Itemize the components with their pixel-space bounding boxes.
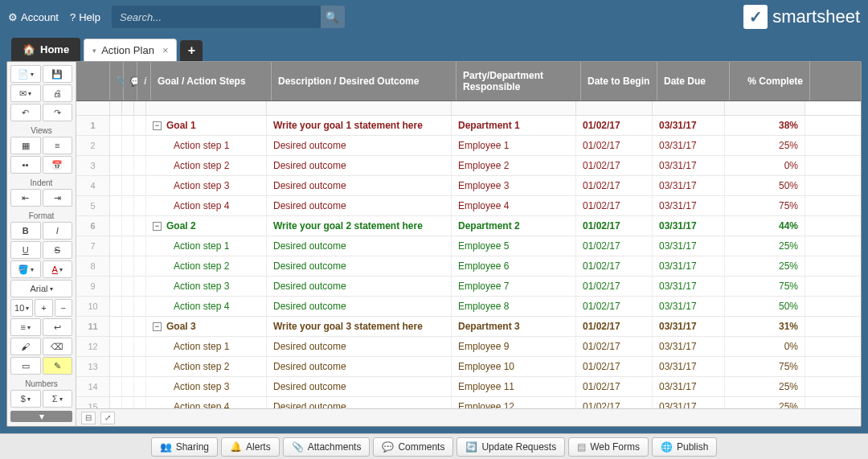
close-tab-icon[interactable]: × [162, 44, 169, 56]
undo-button[interactable]: ↶ [10, 104, 41, 121]
due-cell[interactable]: 03/31/17 [653, 397, 725, 408]
attachment-cell[interactable] [110, 196, 122, 215]
begin-cell[interactable]: 01/02/17 [576, 277, 653, 296]
desc-cell[interactable]: Desired outcome [267, 277, 452, 296]
info-cell[interactable] [134, 377, 146, 396]
comment-cell[interactable] [122, 236, 134, 256]
party-cell[interactable]: Employee 5 [452, 236, 576, 256]
align-button[interactable]: ≡▾ [10, 318, 41, 336]
pct-cell[interactable]: 50% [725, 176, 805, 195]
pct-cell[interactable]: 0% [725, 156, 805, 175]
grid-body[interactable]: 1−Goal 1Write your goal 1 statement here… [76, 116, 861, 408]
due-cell[interactable]: 03/31/17 [653, 136, 725, 155]
row-number[interactable]: 4 [76, 176, 110, 195]
fill-color-button[interactable]: 🪣▾ [10, 260, 41, 278]
card-view-button[interactable]: ▪▪ [10, 156, 41, 174]
begin-column-header[interactable]: Date to Begin [581, 62, 657, 100]
gantt-view-button[interactable]: ≡ [43, 137, 73, 154]
row-number[interactable]: 12 [76, 337, 110, 356]
print-button[interactable]: 🖨 [43, 84, 73, 102]
pct-cell[interactable]: 25% [725, 236, 805, 256]
attachments-button[interactable]: 📎Attachments [283, 437, 371, 457]
goal-row[interactable]: 1−Goal 1Write your goal 1 statement here… [76, 116, 861, 136]
increase-size-button[interactable]: + [35, 299, 52, 317]
desc-cell[interactable]: Desired outcome [267, 357, 452, 376]
email-button[interactable]: ✉▾ [10, 84, 41, 102]
add-tab-button[interactable]: + [180, 40, 203, 61]
pct-cell[interactable]: 0% [725, 337, 805, 356]
desc-cell[interactable]: Desired outcome [267, 196, 452, 215]
attachment-cell[interactable] [110, 377, 122, 396]
step-row[interactable]: 8Action step 2Desired outcomeEmployee 60… [76, 256, 861, 277]
begin-cell[interactable]: 01/02/17 [576, 176, 653, 195]
comments-button[interactable]: 💬Comments [373, 437, 453, 457]
info-cell[interactable] [134, 317, 146, 336]
decrease-size-button[interactable]: − [55, 299, 72, 317]
due-cell[interactable]: 03/31/17 [653, 256, 725, 276]
due-cell[interactable]: 03/31/17 [653, 357, 725, 376]
party-cell[interactable]: Employee 9 [452, 337, 576, 356]
underline-button[interactable]: U [10, 241, 41, 259]
goal-cell[interactable]: Action step 4 [146, 397, 267, 408]
outdent-button[interactable]: ⇤ [10, 189, 41, 207]
begin-cell[interactable]: 01/02/17 [576, 256, 653, 276]
row-number[interactable]: 6 [76, 216, 110, 236]
info-cell[interactable] [134, 176, 146, 195]
row-number[interactable]: 8 [76, 256, 110, 276]
italic-button[interactable]: I [43, 222, 73, 240]
comment-cell[interactable] [122, 136, 134, 155]
info-col-header[interactable]: i [137, 62, 151, 100]
attachment-cell[interactable] [110, 277, 122, 296]
info-cell[interactable] [134, 136, 146, 155]
begin-cell[interactable]: 01/02/17 [576, 317, 653, 336]
step-row[interactable]: 2Action step 1Desired outcomeEmployee 10… [76, 136, 861, 156]
collapse-icon[interactable]: − [153, 121, 162, 130]
party-column-header[interactable]: Party/Department Responsible [457, 62, 581, 100]
begin-cell[interactable]: 01/02/17 [576, 357, 653, 376]
attachment-cell[interactable] [110, 337, 122, 356]
comment-cell[interactable] [122, 357, 134, 376]
step-row[interactable]: 15Action step 4Desired outcomeEmployee 1… [76, 397, 861, 408]
due-cell[interactable]: 03/31/17 [653, 196, 725, 215]
goal-cell[interactable]: Action step 4 [146, 196, 267, 215]
help-link[interactable]: ? Help [70, 11, 100, 23]
collapse-icon[interactable]: − [153, 222, 162, 231]
party-cell[interactable]: Employee 3 [452, 176, 576, 195]
row-number[interactable]: 10 [76, 297, 110, 316]
goal-cell[interactable]: Action step 3 [146, 277, 267, 296]
row-number[interactable]: 2 [76, 136, 110, 155]
goal-cell[interactable]: Action step 1 [146, 136, 267, 155]
begin-cell[interactable]: 01/02/17 [576, 196, 653, 215]
goal-cell[interactable]: Action step 1 [146, 236, 267, 256]
row-number[interactable]: 1 [76, 116, 110, 135]
goal-cell[interactable]: Action step 2 [146, 357, 267, 376]
step-row[interactable]: 14Action step 3Desired outcomeEmployee 1… [76, 377, 861, 397]
comment-cell[interactable] [122, 277, 134, 296]
comment-cell[interactable] [122, 317, 134, 336]
goal-cell[interactable]: −Goal 3 [146, 317, 267, 336]
comment-cell[interactable] [122, 216, 134, 236]
search-input[interactable] [112, 6, 345, 28]
begin-cell[interactable]: 01/02/17 [576, 116, 653, 135]
step-row[interactable]: 9Action step 3Desired outcomeEmployee 70… [76, 277, 861, 297]
desc-cell[interactable]: Write your goal 1 statement here [267, 116, 452, 135]
strike-button[interactable]: S [43, 241, 73, 259]
row-number[interactable]: 5 [76, 196, 110, 215]
row-number[interactable]: 15 [76, 397, 110, 408]
attachment-cell[interactable] [110, 317, 122, 336]
expand-all-button[interactable]: ⤢ [100, 412, 115, 424]
info-cell[interactable] [134, 337, 146, 356]
calendar-view-button[interactable]: 📅 [43, 156, 73, 174]
goal-cell[interactable]: Action step 1 [146, 337, 267, 356]
pct-cell[interactable]: 25% [725, 256, 805, 276]
goal-row[interactable]: 6−Goal 2Write your goal 2 statement here… [76, 216, 861, 236]
pct-cell[interactable]: 25% [725, 377, 805, 396]
goal-cell[interactable]: Action step 2 [146, 256, 267, 276]
info-cell[interactable] [134, 277, 146, 296]
comment-cell[interactable] [122, 337, 134, 356]
step-row[interactable]: 7Action step 1Desired outcomeEmployee 50… [76, 236, 861, 256]
redo-button[interactable]: ↷ [43, 104, 73, 121]
step-row[interactable]: 3Action step 2Desired outcomeEmployee 20… [76, 156, 861, 176]
sheet-tab[interactable]: ▾ Action Plan × [84, 39, 177, 61]
party-cell[interactable]: Department 3 [452, 317, 576, 336]
